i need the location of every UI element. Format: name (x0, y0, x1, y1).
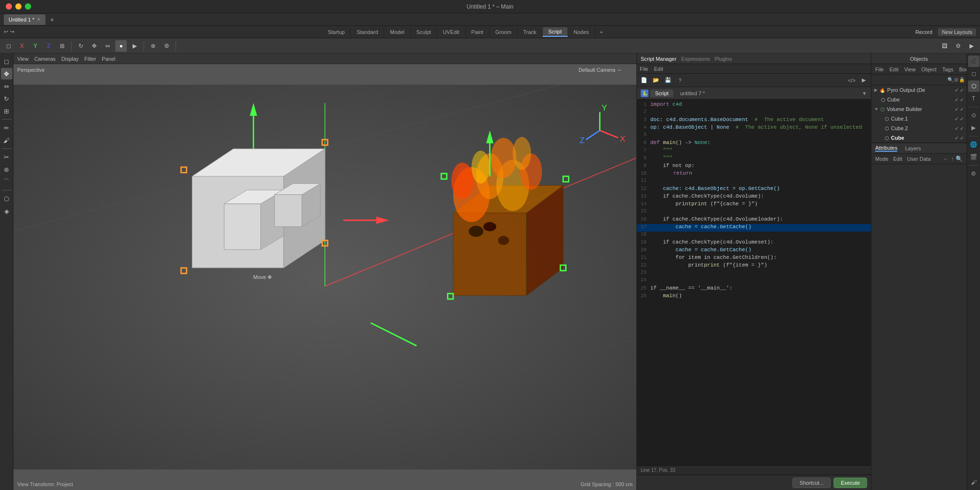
minimize-button[interactable] (15, 3, 22, 10)
obj-filter-icon[interactable]: ⊞ (954, 77, 958, 82)
tool-scale[interactable]: ⇔ (1, 80, 12, 92)
obj-item-cube1[interactable]: ⬡ Cube.1 ✓ ✓ (871, 114, 967, 123)
redo-btn[interactable]: ↪ (10, 29, 14, 35)
tool-knife[interactable]: ✂ (1, 151, 12, 163)
search-icon[interactable]: 🔍 (947, 77, 953, 82)
layout-tab-nodes[interactable]: Nodes (568, 28, 595, 36)
right-icon-cube[interactable]: ⬡ (968, 80, 980, 92)
script-open-btn[interactable]: 📂 (651, 75, 661, 86)
script-run-btn[interactable]: ▶ (858, 75, 869, 86)
tool-move[interactable]: ✥ (1, 68, 12, 79)
layout-tab-standard[interactable]: Standard (351, 28, 384, 36)
tool-select[interactable]: ◻ (1, 56, 12, 67)
vp-menu-view[interactable]: View (17, 56, 29, 62)
attr-edit-menu[interactable]: Edit (893, 156, 902, 162)
tool-rotate[interactable]: ↻ (1, 93, 12, 104)
script-manager-tab[interactable]: Script Manager (641, 56, 677, 62)
right-icon-view[interactable]: ◻ (968, 68, 980, 79)
right-icon-paint2[interactable]: 🖌 (968, 477, 980, 488)
toolbar-move[interactable]: ✥ (89, 40, 100, 52)
toolbar-world[interactable]: ⊞ (56, 40, 68, 52)
script-console-btn[interactable]: </> (846, 75, 857, 86)
right-icon-render[interactable]: ⊙ (968, 110, 980, 121)
tool-3d[interactable]: ⬡ (1, 193, 12, 204)
tab-close-icon[interactable]: ✕ (37, 17, 41, 22)
tab-add-button[interactable]: + (47, 15, 57, 24)
layout-tab-startup[interactable]: Startup (322, 28, 351, 36)
script-tab-script[interactable]: Script (650, 89, 673, 97)
toolbar-settings[interactable]: ⚙ (161, 40, 172, 52)
obj-item-pyro[interactable]: ▶ 🔥 Pyro Output (De ✓ ✓ (871, 85, 967, 95)
script-tab-dropdown[interactable]: ▼ (862, 90, 867, 96)
script-new-btn[interactable]: 📄 (639, 75, 649, 86)
right-icon-objects[interactable]: ⬛ (968, 56, 980, 67)
script-save-btn[interactable]: 💾 (663, 75, 673, 86)
shortcut-button[interactable]: Shortcut... (792, 478, 831, 488)
close-button[interactable] (6, 3, 12, 10)
layout-tab-paint[interactable]: Paint (466, 28, 490, 36)
code-editor[interactable]: 1import c4d23doc: c4d.documents.BaseDocu… (637, 100, 871, 465)
script-file-menu[interactable]: File (640, 66, 648, 72)
layout-tab-groom[interactable]: Groom (490, 28, 518, 36)
layout-tab-script[interactable]: Script (543, 27, 568, 37)
obj-item-cube[interactable]: ⬡ Cube ✓ ✓ (871, 133, 967, 143)
tool-brush[interactable]: ✏ (1, 122, 12, 134)
vp-menu-panel[interactable]: Panel (102, 56, 115, 62)
maximize-button[interactable] (25, 3, 31, 10)
expressions-tab[interactable]: Expressions (681, 56, 710, 62)
layout-tab-model[interactable]: Model (384, 28, 411, 36)
obj-item-cube-pyro[interactable]: ⬡ Cube ✓ ✓ (871, 95, 967, 104)
toolbar-y-axis[interactable]: Y (30, 40, 41, 52)
right-icon-globe[interactable]: 🌐 (968, 139, 980, 150)
attr-fwd-btn[interactable]: ↑ (951, 156, 954, 162)
toolbar-select-mode[interactable]: ◻ (3, 40, 14, 52)
layers-tab[interactable]: Layers (905, 145, 921, 151)
obj-menu-object[interactable]: Object (921, 67, 936, 72)
toolbar-render2[interactable]: ▶ (966, 40, 977, 52)
undo-btn[interactable]: ↩ (4, 29, 8, 35)
script-help-btn[interactable]: ? (675, 75, 685, 86)
obj-item-volume-builder[interactable]: ▼ ⬡ Volume Builder ✓ ✓ (871, 104, 967, 114)
layout-tab-uvedit[interactable]: UVEdit (437, 28, 466, 36)
toolbar-settings2[interactable]: ⚙ (952, 40, 964, 52)
tool-magnet[interactable]: ⊛ (1, 164, 12, 175)
obj-menu-file[interactable]: File (875, 67, 884, 72)
script-edit-menu[interactable]: Edit (654, 66, 663, 72)
tool-bend[interactable]: ⌒ (1, 176, 12, 188)
vp-menu-cameras[interactable]: Cameras (34, 56, 56, 62)
attr-mode-menu[interactable]: Mode (875, 156, 889, 162)
obj-menu-tags[interactable]: Tags (942, 67, 953, 72)
tool-transform[interactable]: ⊞ (1, 105, 12, 117)
execute-button[interactable]: Execute (834, 478, 867, 488)
toolbar-rotate[interactable]: ↻ (75, 40, 87, 52)
toolbar-scale[interactable]: ⇔ (102, 40, 113, 52)
obj-menu-view[interactable]: View (904, 67, 916, 72)
toolbar-snap[interactable]: ⊕ (147, 40, 159, 52)
tool-extra[interactable]: ◈ (1, 205, 12, 217)
right-icon-anim[interactable]: ▶ (968, 122, 980, 134)
tool-paint[interactable]: 🖌 (1, 134, 12, 146)
right-icon-settings3[interactable]: ⚙ (968, 168, 980, 179)
layout-tab-add[interactable]: + (595, 28, 608, 36)
tab-untitled1[interactable]: Untitled 1 * ✕ (4, 14, 45, 25)
vp-menu-display[interactable]: Display (61, 56, 78, 62)
record-btn[interactable]: Record (912, 28, 936, 36)
toolbar-z-axis[interactable]: Z (43, 40, 55, 52)
right-icon-type[interactable]: T (968, 93, 980, 104)
vp-menu-filter[interactable]: Filter (84, 56, 96, 62)
toolbar-render[interactable]: ▶ (129, 40, 140, 52)
attr-search-icon[interactable]: 🔍 (956, 156, 963, 162)
obj-menu-edit[interactable]: Edit (890, 67, 899, 72)
toolbar-active[interactable]: ● (115, 40, 127, 52)
script-tab-file[interactable]: untitled 7 * (675, 89, 710, 97)
toolbar-x-axis[interactable]: X (16, 40, 28, 52)
new-layouts-btn[interactable]: New Layouts (938, 28, 976, 36)
obj-lock-icon[interactable]: 🔒 (959, 77, 965, 82)
layout-tab-track[interactable]: Track (518, 28, 543, 36)
layout-tab-sculpt[interactable]: Sculpt (411, 28, 437, 36)
obj-item-cube2[interactable]: ⬡ Cube.2 ✓ ✓ (871, 123, 967, 133)
plugins-tab[interactable]: Plugins (715, 56, 732, 62)
attributes-tab[interactable]: Attributes (875, 145, 897, 152)
toolbar-render-view[interactable]: 🖼 (939, 40, 950, 52)
attr-back-btn[interactable]: ← (943, 156, 949, 162)
